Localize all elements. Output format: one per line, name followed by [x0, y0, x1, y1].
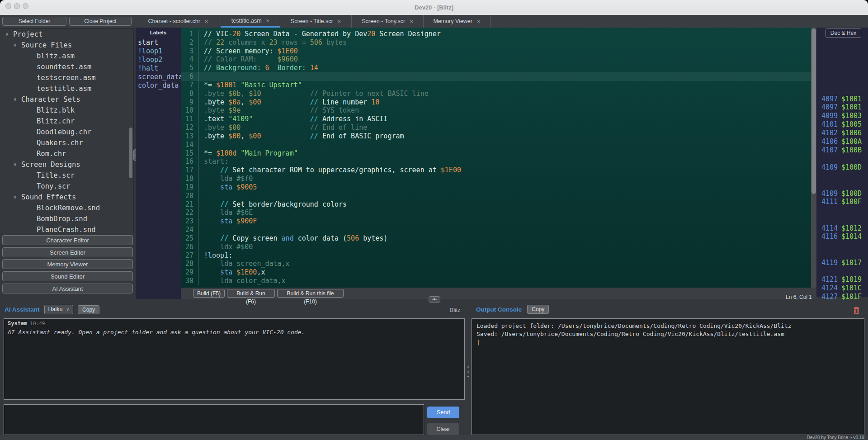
build-run-f6--button[interactable]: Build & Run (F6)	[227, 289, 275, 298]
code-line-14[interactable]: 14	[181, 141, 811, 149]
code-line-5[interactable]: 5// Background: 6 Border: 14	[181, 64, 811, 72]
character-editor-button[interactable]: Character Editor	[2, 235, 133, 245]
tree-item-blitz-asm[interactable]: blitz.asm	[2, 51, 133, 62]
label-item-color-data[interactable]: color_data	[136, 81, 181, 90]
code-line-30[interactable]: 30 lda color_data,x	[181, 277, 811, 285]
code-line-18[interactable]: 18 lda #$f0	[181, 175, 811, 183]
code-line-28[interactable]: 28 lda screen_data,x	[181, 260, 811, 268]
tree-item-testtitle-asm[interactable]: testtitle.asm	[2, 83, 133, 94]
tree-item-project[interactable]: ∨Project	[2, 29, 133, 40]
ai-assistant-button[interactable]: AI Assistant	[2, 284, 133, 293]
close-project-button[interactable]: Close Project	[69, 17, 132, 26]
label-item-start[interactable]: start	[136, 38, 181, 47]
code-line-25[interactable]: 25 // Copy screen and color data (506 by…	[181, 234, 811, 243]
code-line-9[interactable]: 9.byte $0a, $00 // Line number 10	[181, 98, 811, 107]
clear-button[interactable]: Clear	[427, 423, 459, 435]
editor-scrollbar[interactable]	[811, 28, 816, 288]
chevron-down-icon[interactable]: ∨	[14, 94, 21, 105]
send-button[interactable]: Send	[427, 407, 459, 418]
label-item--loop2[interactable]: !loop2	[136, 56, 181, 64]
code-line-15[interactable]: 15*= $100d "Main Program"	[181, 149, 811, 158]
label-item--loop1[interactable]: !loop1	[136, 47, 181, 56]
sound-editor-button[interactable]: Sound Editor	[2, 271, 133, 281]
editor-scrollbar-thumb[interactable]	[811, 28, 816, 194]
code-line-8[interactable]: 8.byte $0b, $10 // Pointer to next BASIC…	[181, 90, 811, 98]
tree-item-quakers-chr[interactable]: Quakers.chr	[2, 137, 133, 148]
code-line-23[interactable]: 23 sta $900F	[181, 217, 811, 226]
tree-item-blockremove-snd[interactable]: BlockRemove.snd	[2, 203, 133, 213]
code-line-24[interactable]: 24	[181, 226, 811, 234]
build-run-this-file-f10--button[interactable]: Build & Run this file (F10)	[277, 289, 344, 298]
chevron-down-icon[interactable]: ∨	[14, 192, 21, 203]
tab-close-icon[interactable]: ×	[205, 18, 208, 25]
tab-testtitle-asm[interactable]: testtitle.asm×	[221, 15, 280, 28]
code-line-10[interactable]: 10.byte $9e // SYS token	[181, 106, 811, 115]
tab-close-icon[interactable]: ×	[410, 18, 413, 25]
trash-icon[interactable]	[853, 307, 860, 316]
code-lines: 1// VIC-20 Screen Data - Generated by De…	[181, 30, 811, 285]
code-line-12[interactable]: 12.byte $00 // End of line	[181, 123, 811, 132]
chevron-down-icon[interactable]: ∨	[5, 29, 13, 40]
tree-item-blitz-chr[interactable]: Blitz.chr	[2, 116, 133, 127]
tree-item-bombdrop-snd[interactable]: BombDrop.snd	[2, 213, 133, 224]
tree-item-testscreen-asm[interactable]: testscreen.asm	[2, 72, 133, 83]
window-title: Dev20 - [Blitz]	[0, 0, 868, 15]
tree-item-rom-chr[interactable]: Rom.chr	[2, 148, 133, 159]
tree-item-doodlebug-chr[interactable]: Doodlebug.chr	[2, 127, 133, 137]
chat-input[interactable]	[4, 404, 424, 435]
line-number: 30	[181, 277, 198, 285]
code-line-4[interactable]: 4// Color RAM: $9600	[181, 55, 811, 64]
tree-item-sound-effects[interactable]: ∨Sound Effects	[2, 192, 133, 203]
label-item-screen-data[interactable]: screen_data	[136, 73, 181, 81]
code-line-16[interactable]: 16start:	[181, 157, 811, 166]
console-output[interactable]: Loaded project folder: /Users/tonybrice/…	[472, 318, 864, 435]
dec-hex-toggle-button[interactable]: Dec & Hex	[826, 28, 861, 38]
code-line-21[interactable]: 21 // Set border/background colors	[181, 200, 811, 209]
code-line-3[interactable]: 3// Screen memory: $1E00	[181, 47, 811, 56]
code-line-26[interactable]: 26 ldx #$00	[181, 243, 811, 251]
label-item--halt[interactable]: !halt	[136, 64, 181, 73]
screen-editor-button[interactable]: Screen Editor	[2, 247, 133, 257]
console-copy-button[interactable]: Copy	[527, 305, 549, 314]
code-line-2[interactable]: 2// 22 columns x 23 rows = 506 bytes	[181, 38, 811, 47]
panel-splitter-handle[interactable]: •▾•	[429, 296, 440, 303]
tab-memory-viewer[interactable]: Memory Viewer×	[424, 15, 491, 28]
tree-scrollbar[interactable]	[129, 128, 132, 178]
tab-screen-title-scr[interactable]: Screen - Title.scr×	[280, 15, 352, 28]
code-line-6[interactable]: 6	[181, 72, 811, 81]
model-select[interactable]: Haiku∨	[44, 305, 74, 314]
build-f5--button[interactable]: Build (F5)	[193, 289, 225, 298]
tree-item-blitz-blk[interactable]: Blitz.blk	[2, 105, 133, 116]
tab-charset-scroller-chr[interactable]: Charset - scroller.chr×	[136, 15, 221, 28]
chevron-down-icon[interactable]: ∨	[14, 40, 21, 51]
tab-close-icon[interactable]: ×	[477, 18, 481, 25]
tree-item-tony-scr[interactable]: Tony.scr	[2, 181, 133, 192]
address-row: 4111$100F	[816, 198, 865, 206]
code-line-7[interactable]: 7*= $1001 "Basic Upstart"	[181, 81, 811, 90]
code-line-27[interactable]: 27!loop1:	[181, 251, 811, 260]
tree-item-character-sets[interactable]: ∨Character Sets	[2, 94, 133, 105]
code-editor[interactable]: 1// VIC-20 Screen Data - Generated by De…	[181, 28, 811, 288]
chevron-down-icon[interactable]: ∨	[14, 159, 21, 170]
code-line-13[interactable]: 13.byte $00, $00 // End of BASIC program	[181, 132, 811, 141]
tab-close-icon[interactable]: ×	[338, 18, 341, 25]
tab-close-icon[interactable]: ×	[266, 17, 270, 24]
code-line-1[interactable]: 1// VIC-20 Screen Data - Generated by De…	[181, 30, 811, 38]
tab-screen-tony-scr[interactable]: Screen - Tony.scr×	[352, 15, 424, 28]
address-hex: $1003	[841, 112, 862, 120]
tree-item-source-files[interactable]: ∨Source Files	[2, 40, 133, 51]
memory-viewer-button[interactable]: Memory Viewer	[2, 259, 133, 269]
code-line-22[interactable]: 22 lda #$6E	[181, 208, 811, 217]
tree-item-screen-designs[interactable]: ∨Screen Designs	[2, 159, 133, 170]
ai-copy-button[interactable]: Copy	[78, 305, 99, 314]
code-line-20[interactable]: 20	[181, 192, 811, 200]
tree-item-title-scr[interactable]: Title.scr	[2, 170, 133, 181]
code-line-19[interactable]: 19 sta $9005	[181, 183, 811, 192]
select-folder-button[interactable]: Select Folder	[2, 17, 66, 26]
tree-item-planecrash-snd[interactable]: PlaneCrash.snd	[2, 224, 133, 233]
code-line-29[interactable]: 29 sta $1E00,x	[181, 268, 811, 277]
tree-item-soundtest-asm[interactable]: soundtest.asm	[2, 62, 133, 72]
drag-dots-icon[interactable]	[467, 366, 469, 377]
code-line-11[interactable]: 11.text "4109" // Address in ASCII	[181, 115, 811, 123]
code-line-17[interactable]: 17 // Set character ROM to uppercase/gra…	[181, 166, 811, 175]
